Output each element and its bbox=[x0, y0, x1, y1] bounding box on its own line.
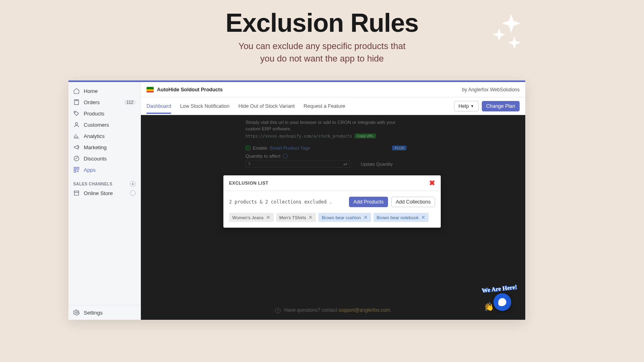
chip-product: Women's Jeans ✕ bbox=[229, 213, 274, 222]
remove-chip-icon[interactable]: ✕ bbox=[363, 214, 368, 220]
app-window: Home Orders 112 Products Customers Analy… bbox=[68, 80, 525, 320]
nav-apps[interactable]: Apps bbox=[68, 164, 140, 175]
tag-icon bbox=[73, 110, 80, 117]
nav-label: Analytics bbox=[84, 133, 105, 139]
nav-online-store[interactable]: Online Store bbox=[68, 187, 140, 199]
nav-label: Orders bbox=[84, 99, 100, 105]
nav-marketing[interactable]: Marketing bbox=[68, 142, 140, 153]
analytics-icon bbox=[73, 133, 80, 139]
sales-channels-header: SALES CHANNELS + bbox=[68, 179, 140, 187]
discount-icon bbox=[73, 155, 80, 162]
footer-help: ? Have questions? contact support@angler… bbox=[141, 307, 525, 313]
nav-label: Discounts bbox=[84, 156, 107, 162]
tab-low-stock[interactable]: Low Stock Notification bbox=[180, 99, 229, 114]
quantity-input[interactable]: 5▴▾ bbox=[246, 160, 350, 168]
remove-chip-icon[interactable]: ✕ bbox=[308, 214, 313, 220]
nav-products[interactable]: Products bbox=[68, 108, 140, 119]
store-icon bbox=[73, 190, 80, 196]
exclusion-modal: EXCLUSION LIST ✖ 2 products & 2 collecti… bbox=[223, 175, 441, 228]
remove-chip-icon[interactable]: ✕ bbox=[266, 214, 270, 220]
hero-subtitle: You can exclude any specific products th… bbox=[0, 40, 644, 65]
nav-label: Apps bbox=[84, 167, 96, 173]
nav-label: Customers bbox=[84, 122, 109, 128]
tabbar: Dashboard Low Stock Notification Hide Ou… bbox=[141, 97, 525, 115]
nav-orders[interactable]: Orders 112 bbox=[68, 97, 140, 108]
copy-url-button[interactable]: Copy URL bbox=[355, 134, 376, 138]
view-store-icon[interactable] bbox=[130, 190, 136, 196]
add-products-button[interactable]: Add Products bbox=[349, 197, 388, 207]
nav-label: Online Store bbox=[84, 190, 113, 196]
update-quantity-button[interactable]: Update Quantity bbox=[361, 162, 393, 167]
hero-title: Exclusion Rules bbox=[0, 0, 644, 38]
sidebar: Home Orders 112 Products Customers Analy… bbox=[68, 82, 141, 320]
tab-dashboard[interactable]: Dashboard bbox=[147, 99, 171, 114]
orders-icon bbox=[73, 99, 80, 105]
svg-rect-6 bbox=[74, 170, 76, 172]
support-email-link[interactable]: support@anglerfox.com bbox=[339, 307, 390, 313]
exclusion-chips: Women's Jeans ✕ Men's TShirts ✕ Brown be… bbox=[229, 213, 435, 222]
close-icon[interactable]: ✖ bbox=[429, 179, 436, 187]
home-icon bbox=[73, 88, 80, 94]
svg-point-2 bbox=[75, 123, 77, 125]
sparkle-decoration bbox=[491, 12, 523, 52]
svg-rect-4 bbox=[74, 167, 76, 169]
svg-point-1 bbox=[75, 112, 75, 113]
chip-product: Men's TShirts ✕ bbox=[276, 213, 316, 222]
orders-badge: 112 bbox=[124, 100, 136, 105]
remove-chip-icon[interactable]: ✕ bbox=[421, 214, 425, 220]
nav-settings[interactable]: Settings bbox=[68, 305, 140, 320]
chat-button[interactable] bbox=[493, 293, 511, 311]
chip-collection: Brown bear cushion ✕ bbox=[318, 213, 371, 222]
nav-label: Settings bbox=[84, 310, 103, 316]
megaphone-icon bbox=[73, 144, 80, 150]
nav-customers[interactable]: Customers bbox=[68, 119, 140, 130]
chat-label: We Are Here! bbox=[482, 284, 518, 294]
add-channel-button[interactable]: + bbox=[130, 181, 136, 187]
nav-analytics[interactable]: Analytics bbox=[68, 130, 140, 142]
nav-label: Marketing bbox=[84, 144, 107, 150]
content-area: Simply visit this url in your browser or… bbox=[141, 115, 525, 320]
nav-home[interactable]: Home bbox=[68, 85, 140, 97]
chat-icon bbox=[498, 298, 506, 306]
nav-discounts[interactable]: Discounts bbox=[68, 153, 140, 164]
app-topbar: AutoHide Soldout Products by Anglerfox W… bbox=[141, 82, 525, 97]
tab-request-feature[interactable]: Request a Feature bbox=[303, 99, 345, 114]
chip-collection: Brown bear notebook ✕ bbox=[374, 213, 429, 222]
svg-point-7 bbox=[76, 312, 77, 313]
enable-checkbox[interactable] bbox=[246, 146, 250, 150]
app-logo-icon bbox=[147, 87, 154, 93]
backdrop-panel: Simply visit this url in your browser or… bbox=[246, 117, 509, 169]
change-plan-button[interactable]: Change Plan bbox=[482, 101, 520, 111]
app-vendor: by Anglerfox WebSolutions bbox=[462, 87, 520, 93]
info-icon bbox=[283, 154, 288, 158]
apps-icon bbox=[73, 167, 80, 173]
customer-icon bbox=[73, 121, 80, 128]
plus-badge: PLUS bbox=[392, 146, 407, 150]
main-area: AutoHide Soldout Products by Anglerfox W… bbox=[141, 82, 525, 320]
tab-hide-variant[interactable]: Hide Out of Stock Variant bbox=[238, 99, 295, 114]
help-button[interactable]: Help ▼ bbox=[454, 101, 479, 111]
exclusion-summary: 2 products & 2 collections excluded . bbox=[229, 199, 346, 205]
gear-icon bbox=[73, 309, 80, 316]
svg-rect-5 bbox=[77, 167, 79, 169]
nav-label: Home bbox=[84, 88, 98, 94]
question-icon: ? bbox=[275, 308, 281, 313]
modal-title: EXCLUSION LIST bbox=[229, 181, 268, 185]
chevron-down-icon: ▼ bbox=[471, 104, 474, 108]
app-title: AutoHide Soldout Products bbox=[157, 87, 223, 93]
add-collections-button[interactable]: Add Collections bbox=[391, 197, 435, 207]
nav-label: Products bbox=[84, 111, 104, 117]
